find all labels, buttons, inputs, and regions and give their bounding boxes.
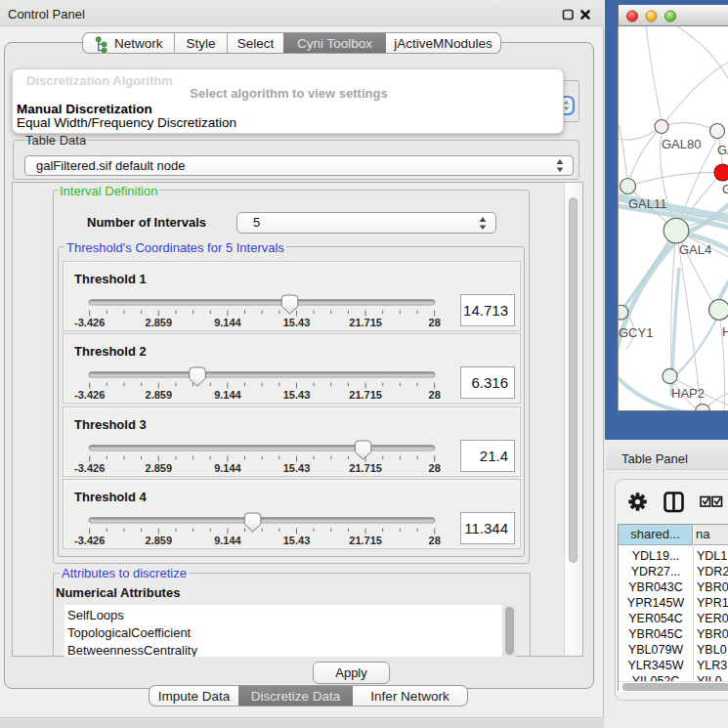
- svg-text:28: 28: [429, 462, 441, 474]
- svg-text:15.43: 15.43: [283, 317, 311, 328]
- svg-text:9.144: 9.144: [214, 462, 241, 474]
- svg-text:9.144: 9.144: [214, 389, 241, 401]
- svg-text:28: 28: [429, 317, 441, 328]
- svg-text:GCY1: GCY1: [619, 325, 653, 340]
- svg-text:GA: GA: [717, 143, 728, 157]
- svg-text:2.859: 2.859: [146, 535, 173, 546]
- svg-text:HAP2: HAP2: [671, 386, 705, 401]
- svg-text:-3.426: -3.426: [74, 535, 105, 546]
- svg-text:9.144: 9.144: [214, 317, 241, 328]
- svg-text:2.859: 2.859: [146, 317, 173, 328]
- svg-text:-3.426: -3.426: [74, 389, 105, 401]
- svg-text:21.715: 21.715: [349, 535, 382, 546]
- svg-text:15.43: 15.43: [283, 462, 311, 474]
- svg-text:21.715: 21.715: [349, 317, 382, 328]
- svg-text:21.715: 21.715: [349, 462, 382, 474]
- svg-text:9.144: 9.144: [214, 535, 241, 546]
- svg-text:28: 28: [429, 535, 441, 546]
- svg-text:GAL11: GAL11: [628, 196, 667, 211]
- svg-text:-3.426: -3.426: [74, 317, 105, 328]
- svg-text:2.859: 2.859: [146, 462, 173, 474]
- svg-text:-3.426: -3.426: [74, 462, 105, 474]
- svg-text:2.859: 2.859: [146, 389, 173, 401]
- svg-text:28: 28: [429, 389, 441, 401]
- svg-text:15.43: 15.43: [283, 389, 311, 401]
- svg-text:H: H: [722, 324, 728, 339]
- svg-text:G: G: [722, 182, 728, 196]
- svg-text:GAL80: GAL80: [662, 137, 701, 151]
- svg-text:21.715: 21.715: [349, 389, 382, 401]
- svg-text:GAL4: GAL4: [679, 242, 711, 257]
- svg-text:15.43: 15.43: [283, 535, 311, 546]
